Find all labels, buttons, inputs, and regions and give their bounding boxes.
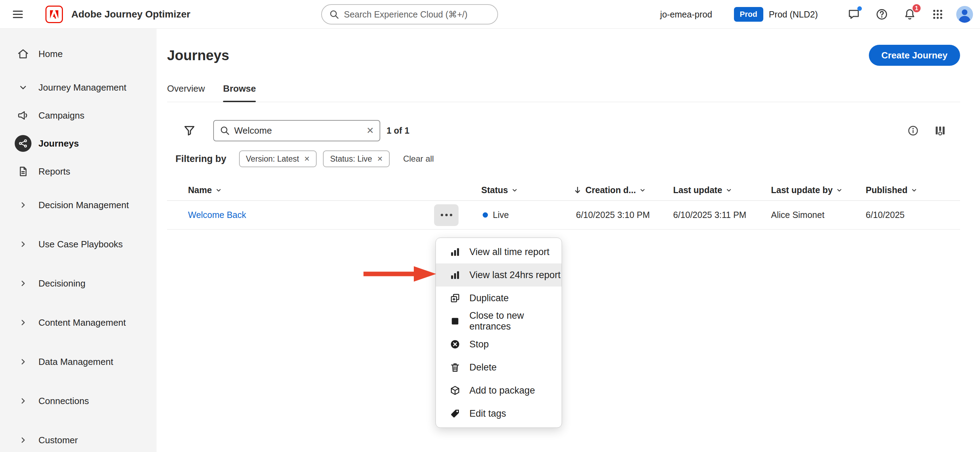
journeys-icon	[15, 135, 32, 152]
sidebar-group-decision-management[interactable]: Decision Management	[0, 185, 157, 225]
menu-item-label: View all time report	[469, 247, 549, 257]
env-badge[interactable]: Prod	[734, 7, 763, 22]
sidebar-item-label: Connections	[38, 396, 89, 407]
sidebar-group-data-management[interactable]: Data Management	[0, 342, 157, 381]
menu-item-delete[interactable]: Delete	[436, 356, 562, 379]
square-icon	[449, 315, 461, 327]
sidebar-item-journeys[interactable]: Journeys	[0, 129, 157, 157]
tab-overview[interactable]: Overview	[167, 80, 205, 102]
tab-browse[interactable]: Browse	[223, 80, 256, 102]
sidebar-group-journey-management[interactable]: Journey Management	[0, 73, 157, 101]
chevron-down-icon	[15, 79, 32, 96]
adobe-logo	[45, 6, 63, 23]
column-label: Status	[481, 185, 508, 195]
chevron-down-icon	[639, 187, 646, 193]
pointer-arrow	[362, 265, 438, 283]
column-header-last-update-by[interactable]: Last update by	[771, 185, 866, 195]
journeys-search-box[interactable]: ✕	[213, 120, 380, 141]
remove-filter-icon[interactable]: ✕	[377, 155, 383, 162]
menu-item-add-to-package[interactable]: Add to package	[436, 379, 562, 402]
filter-chip-version[interactable]: Version: Latest ✕	[239, 150, 317, 167]
hamburger-menu-button[interactable]	[10, 6, 26, 22]
sidebar-item-label: Journeys	[38, 138, 79, 149]
clear-all-filters-button[interactable]: Clear all	[403, 154, 434, 164]
top-bar: Adobe Journey Optimizer jo-emea-prod Pro…	[0, 0, 980, 29]
avatar-person-icon	[956, 6, 973, 23]
column-header-last-update[interactable]: Last update	[673, 185, 771, 195]
chevron-right-icon	[15, 314, 32, 331]
menu-item-stop[interactable]: Stop	[436, 333, 562, 356]
column-header-creation-date[interactable]: Creation d...	[573, 185, 673, 195]
more-icon	[441, 214, 443, 216]
menu-item-close-to-new-entrances[interactable]: Close to new entrances	[436, 310, 562, 333]
top-bar-right: jo-emea-prod Prod Prod (NLD2) 1	[660, 0, 973, 29]
create-journey-button[interactable]: Create Journey	[869, 45, 960, 66]
feedback-button[interactable]	[844, 4, 864, 24]
megaphone-icon	[15, 107, 32, 124]
global-search[interactable]	[321, 4, 498, 24]
chart-icon	[449, 246, 461, 258]
info-icon	[907, 125, 919, 136]
help-button[interactable]	[872, 4, 892, 24]
menu-item-label: Close to new entrances	[469, 310, 562, 332]
menu-item-view-all-time-report[interactable]: View all time report	[436, 240, 562, 264]
filter-chip-status[interactable]: Status: Live ✕	[323, 150, 390, 167]
last-update-cell: 6/10/2025 3:11 PM	[673, 210, 771, 220]
app-switcher-button[interactable]	[928, 4, 948, 24]
sidebar-item-label: Use Case Playbooks	[38, 239, 123, 250]
sidebar-group-content-management[interactable]: Content Management	[0, 303, 157, 342]
sidebar-item-label: Content Management	[38, 317, 126, 328]
sidebar-item-campaigns[interactable]: Campaigns	[0, 101, 157, 129]
journeys-search-input[interactable]	[234, 125, 362, 136]
filter-button[interactable]	[183, 123, 196, 137]
clear-search-icon[interactable]: ✕	[366, 126, 374, 135]
menu-item-view-last-24hrs-report[interactable]: View last 24hrs report	[436, 264, 562, 286]
journey-name-link[interactable]: Welcome Back	[188, 210, 246, 220]
column-label: Published	[866, 185, 907, 195]
apps-grid-icon	[932, 8, 943, 20]
result-count: 1 of 1	[387, 126, 409, 136]
column-label: Last update	[673, 185, 722, 195]
sidebar-group-customer[interactable]: Customer	[0, 420, 157, 452]
table-header-row: Name Status Creation d... Last update La…	[167, 180, 960, 201]
menu-item-edit-tags[interactable]: Edit tags	[436, 402, 562, 425]
table-row[interactable]: Welcome Back Live 6/10/2025 3:10 PM 6/10…	[167, 201, 960, 230]
sort-descending-icon	[573, 186, 582, 195]
sidebar-group-decisioning[interactable]: Decisioning	[0, 264, 157, 303]
menu-item-duplicate[interactable]: Duplicate	[436, 286, 562, 310]
global-search-input[interactable]	[344, 10, 490, 19]
home-icon	[15, 45, 32, 62]
filtering-by-label: Filtering by	[175, 153, 226, 165]
column-header-name[interactable]: Name	[167, 185, 481, 195]
sidebar-group-use-case-playbooks[interactable]: Use Case Playbooks	[0, 225, 157, 264]
notifications-button[interactable]: 1	[900, 4, 920, 24]
more-actions-button[interactable]	[434, 204, 458, 226]
sidebar-item-label: Reports	[38, 166, 70, 177]
sidebar-item-label: Decision Management	[38, 200, 129, 211]
sidebar-item-reports[interactable]: Reports	[0, 157, 157, 185]
chevron-right-icon	[15, 353, 32, 370]
chevron-right-icon	[15, 236, 32, 252]
chevron-right-icon	[15, 275, 32, 292]
notification-count-badge: 1	[912, 3, 921, 13]
org-name: jo-emea-prod	[660, 10, 712, 19]
chart-icon	[449, 269, 461, 281]
env-name: Prod (NLD2)	[769, 10, 818, 19]
stop-icon	[449, 338, 461, 350]
status-cell: Live	[481, 210, 573, 220]
sidebar-item-label: Customer	[38, 435, 78, 446]
chevron-right-icon	[15, 196, 32, 213]
sidebar-group-connections[interactable]: Connections	[0, 381, 157, 420]
menu-item-label: Delete	[469, 362, 496, 373]
main-content: Journeys Create Journey Overview Browse …	[157, 29, 980, 452]
column-header-status[interactable]: Status	[481, 185, 573, 195]
info-button[interactable]	[907, 125, 919, 136]
chevron-right-icon	[15, 393, 32, 409]
sidebar: Home Journey Management Campaigns Journe…	[0, 29, 157, 452]
sidebar-item-home[interactable]: Home	[0, 40, 157, 68]
remove-filter-icon[interactable]: ✕	[304, 155, 310, 162]
column-settings-button[interactable]	[934, 125, 946, 136]
user-avatar[interactable]	[956, 6, 973, 23]
search-icon	[329, 9, 339, 19]
column-header-published[interactable]: Published	[866, 185, 960, 195]
